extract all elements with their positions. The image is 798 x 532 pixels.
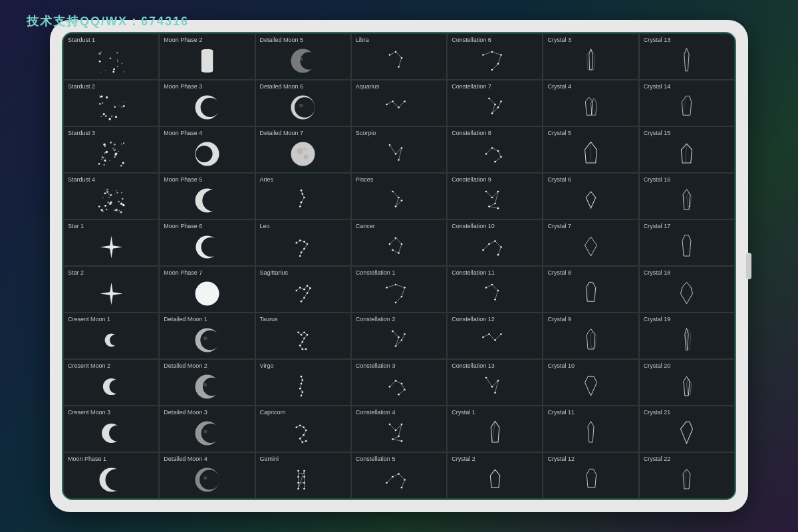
- svg-point-255: [395, 284, 397, 286]
- svg-point-105: [116, 153, 118, 154]
- cell-label: Crystal 21: [644, 409, 671, 416]
- svg-point-51: [102, 102, 103, 104]
- svg-marker-197: [100, 236, 122, 259]
- cell-icon: [68, 45, 154, 76]
- grid-cell: Libra: [351, 33, 447, 80]
- grid-cell: Cresent Moon 3: [63, 406, 159, 452]
- svg-point-120: [401, 147, 403, 149]
- cell-label: Crystal 2: [452, 456, 475, 463]
- cell-label: Scorpio: [356, 130, 376, 137]
- cell-label: Moon Phase 1: [68, 456, 106, 463]
- cell-icon: [164, 418, 250, 449]
- svg-point-373: [401, 424, 403, 426]
- svg-point-158: [120, 202, 123, 205]
- svg-point-411: [401, 487, 403, 489]
- cell-label: Aries: [260, 176, 274, 184]
- svg-point-230: [497, 254, 499, 256]
- grid-cell: Crystal 20: [639, 359, 735, 406]
- svg-point-99: [114, 149, 115, 150]
- grid-cell: Constellation 6: [447, 33, 543, 80]
- cell-label: Stardust 4: [68, 176, 95, 184]
- cell-icon: [164, 278, 250, 309]
- svg-point-140: [100, 209, 102, 211]
- svg-point-63: [299, 104, 303, 107]
- svg-point-364: [302, 442, 304, 444]
- grid-cell: Taurus: [255, 313, 351, 359]
- cell-icon: [260, 371, 346, 402]
- svg-point-362: [303, 434, 305, 436]
- grid-cell: Constellation 13: [447, 359, 543, 406]
- svg-point-96: [114, 144, 116, 146]
- svg-point-299: [404, 333, 406, 335]
- grid-cell: Cresent Moon 2: [63, 359, 159, 406]
- grid-cell: Moon Phase 1: [63, 452, 159, 499]
- svg-point-3: [121, 63, 122, 64]
- cell-label: Constellation 6: [452, 37, 491, 44]
- svg-line-66: [399, 101, 405, 107]
- grid-cell: Crystal 4: [543, 80, 638, 126]
- svg-point-333: [401, 383, 403, 385]
- cell-label: Moon Phase 2: [164, 37, 202, 44]
- svg-point-159: [109, 202, 112, 205]
- svg-point-128: [497, 150, 499, 152]
- svg-line-366: [390, 424, 396, 430]
- svg-line-224: [495, 241, 501, 247]
- cell-icon: [164, 231, 250, 263]
- svg-line-261: [495, 291, 498, 300]
- cell-icon: [68, 185, 154, 216]
- svg-point-40: [114, 106, 115, 107]
- cell-label: Taurus: [260, 316, 278, 323]
- cell-icon: [164, 45, 250, 76]
- cell-label: Cresent Moon 2: [68, 362, 110, 370]
- cell-label: Moon Phase 7: [164, 269, 202, 277]
- svg-line-27: [483, 52, 492, 55]
- svg-point-339: [485, 377, 487, 379]
- svg-point-151: [108, 194, 110, 195]
- cell-icon: [68, 371, 154, 402]
- svg-point-34: [497, 63, 499, 65]
- grid-cell: Stardust 1: [63, 33, 159, 80]
- grid-cell: Moon Phase 4: [159, 126, 255, 173]
- svg-point-270: [110, 334, 121, 346]
- svg-point-342: [494, 392, 496, 394]
- svg-point-321: [301, 376, 303, 378]
- cell-icon: [452, 325, 538, 356]
- cell-icon: [547, 185, 634, 216]
- svg-point-263: [491, 284, 493, 286]
- svg-point-400: [304, 476, 306, 478]
- svg-point-297: [395, 345, 397, 347]
- svg-point-164: [106, 191, 108, 193]
- svg-point-85: [101, 159, 102, 160]
- cell-icon: [164, 185, 250, 216]
- svg-point-286: [304, 337, 306, 339]
- svg-point-102: [120, 165, 122, 167]
- svg-line-115: [390, 145, 396, 154]
- cell-label: Star 1: [68, 223, 84, 230]
- cell-icon: [547, 45, 634, 76]
- cell-icon: [356, 231, 442, 263]
- svg-line-29: [498, 55, 501, 64]
- svg-marker-194: [586, 192, 595, 208]
- svg-line-404: [393, 473, 399, 477]
- grid-cell: Detailed Moon 1: [159, 313, 255, 359]
- cell-icon: [547, 138, 634, 170]
- svg-point-1: [105, 70, 106, 70]
- svg-line-225: [498, 247, 501, 255]
- cell-icon: [260, 325, 346, 356]
- svg-point-290: [305, 348, 307, 350]
- svg-line-187: [489, 206, 498, 208]
- cell-label: Star 2: [68, 269, 84, 277]
- svg-marker-196: [687, 193, 692, 207]
- svg-line-20: [390, 52, 396, 55]
- svg-point-160: [110, 194, 112, 197]
- svg-line-213: [390, 238, 396, 244]
- grid-cell: Crystal 15: [639, 126, 735, 173]
- svg-point-326: [301, 395, 303, 397]
- svg-point-189: [491, 197, 493, 199]
- svg-point-9: [113, 68, 114, 70]
- svg-point-220: [398, 252, 400, 254]
- svg-point-57: [115, 116, 117, 118]
- svg-point-35: [491, 69, 493, 71]
- svg-point-234: [195, 281, 219, 305]
- svg-point-107: [114, 156, 116, 158]
